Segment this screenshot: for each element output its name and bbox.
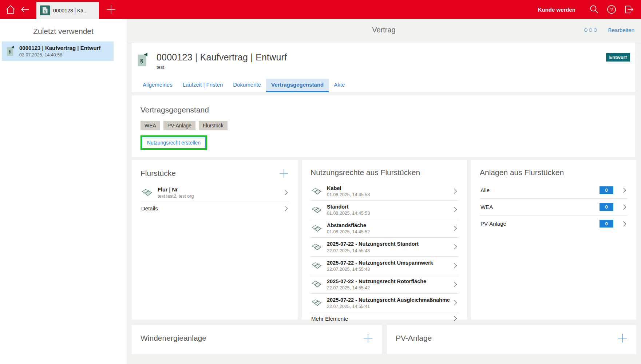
- nutzungsrecht-row[interactable]: Abstandsfläche 01.08.2025, 14:45:52: [310, 219, 458, 237]
- anlagen-card-title: Anlagen aus Flurstücken: [480, 168, 564, 177]
- more-options-icon[interactable]: [583, 27, 598, 33]
- flurstueck-row[interactable]: Flur | Nr test test2, test org: [141, 183, 289, 202]
- chevron-right-icon: [621, 221, 626, 226]
- search-icon: [589, 4, 599, 15]
- chevron-right-icon: [452, 207, 457, 212]
- plus-icon: [279, 169, 289, 178]
- topbar: § 0000123 | Ka... Kunde werden ?: [0, 0, 641, 19]
- anlagen-card: Anlagen aus Flurstücken Alle 0 WEA 0 PV-…: [471, 160, 636, 320]
- nutzungsrechte-card-title: Nutzungsrechte aus Flurstücken: [310, 168, 420, 177]
- status-badge: Entwurf: [606, 53, 630, 62]
- vertragsgegenstand-panel: Vertragsgegenstand WEA PV-Anlage Flurstü…: [132, 95, 635, 157]
- tab-akte[interactable]: Akte: [329, 79, 350, 92]
- chevron-right-icon: [452, 316, 457, 321]
- home-button[interactable]: [4, 3, 17, 16]
- nutzungsrecht-row[interactable]: 2025-07-22 - Nutzungsrecht Umspannwerk 2…: [310, 256, 458, 275]
- nutzungsrecht-icon: [311, 261, 322, 270]
- new-tab-button[interactable]: [105, 3, 117, 16]
- tab-vertragsgegenstand[interactable]: Vertragsgegenstand: [266, 79, 329, 92]
- nutzungsrecht-icon: [311, 224, 322, 233]
- tab-allgemeines[interactable]: Allgemeines: [138, 79, 178, 92]
- add-windenergieanlage-button[interactable]: [363, 333, 373, 343]
- flurstueck-icon: [141, 188, 153, 197]
- contract-document-icon: §: [7, 46, 15, 56]
- row-title: Flur | Nr: [158, 186, 278, 193]
- svg-text:?: ?: [610, 7, 613, 12]
- record-tabs: Allgemeines Laufzeit | Fristen Dokumente…: [132, 79, 635, 92]
- chevron-right-icon: [452, 263, 457, 268]
- chevron-right-icon: [282, 206, 288, 211]
- chevron-right-icon: [452, 226, 457, 231]
- chevron-right-icon: [621, 187, 626, 193]
- logout-icon: [624, 4, 634, 15]
- nutzungsrecht-row[interactable]: Standort 01.08.2025, 14:45:53: [310, 200, 458, 219]
- nutzungsrecht-row[interactable]: Kabel 01.08.2025, 14:45:53: [310, 182, 458, 200]
- edit-button[interactable]: Bearbeiten: [608, 27, 634, 33]
- nutzungsrecht-erstellen-button[interactable]: Nutzungsrecht erstellen: [142, 137, 206, 149]
- mehr-elemente-row[interactable]: Mehr Elemente: [310, 312, 458, 325]
- chevron-right-icon: [621, 204, 626, 209]
- search-button[interactable]: [588, 3, 600, 16]
- chip-pv-anlage: PV-Anlage: [163, 121, 195, 130]
- flurstuecke-card: Flurstücke Flur | Nr test test2, test or…: [132, 160, 298, 320]
- mehr-elemente-label: Mehr Elemente: [311, 316, 448, 322]
- contract-tab-icon: §: [40, 5, 50, 15]
- record-subtitle: test: [157, 64, 287, 70]
- recent-item-timestamp: 03.07.2025, 14:40:58: [19, 52, 110, 58]
- svg-text:§: §: [44, 9, 46, 13]
- svg-text:§: §: [140, 58, 143, 64]
- add-pv-anlage-button[interactable]: [617, 333, 628, 343]
- chip-group: WEA PV-Anlage Flurstück: [141, 121, 626, 130]
- record-header: § 0000123 | Kaufvertrag | Entwurf test E…: [132, 43, 635, 70]
- record-title: 0000123 | Kaufvertrag | Entwurf: [157, 52, 287, 62]
- nutzungsrecht-row[interactable]: 2025-07-22 - Nutzungsrecht Ausgleichmaßn…: [310, 293, 458, 312]
- nutzungsrechte-card: Nutzungsrechte aus Flurstücken Kabel 01.…: [302, 160, 467, 320]
- nutzungsrecht-row[interactable]: 2025-07-22 - Nutzungsrecht Rotorfläche 2…: [310, 275, 458, 293]
- chevron-right-icon: [282, 190, 288, 195]
- page-header-actions: Bearbeiten: [583, 19, 634, 41]
- contract-record-icon: §: [138, 52, 149, 67]
- count-badge: 0: [600, 186, 613, 194]
- nutzungsrecht-row[interactable]: 2025-07-22 - Nutzungsrecht Standort 22.0…: [310, 237, 458, 256]
- recent-sidebar: Zuletzt verwendet § 0000123 | Kaufvertra…: [0, 19, 127, 364]
- tab-laufzeit-fristen[interactable]: Laufzeit | Fristen: [178, 79, 228, 92]
- count-badge: 0: [600, 220, 613, 228]
- add-flurstueck-button[interactable]: [279, 168, 289, 178]
- main-content: Vertrag Bearbeiten § 0000123 | Kaufvertr…: [127, 19, 641, 364]
- arrow-left-icon: [20, 4, 31, 15]
- details-label: Details: [141, 205, 278, 211]
- nutzungsrecht-icon: [311, 298, 322, 307]
- topbar-actions: ?: [588, 3, 635, 16]
- record-titles: 0000123 | Kaufvertrag | Entwurf test: [157, 52, 287, 70]
- svg-text:§: §: [9, 50, 11, 54]
- recent-item-title: 0000123 | Kaufvertrag | Entwurf: [19, 45, 110, 52]
- chip-flurstueck: Flurstück: [199, 121, 227, 130]
- recent-item-kaufvertrag[interactable]: § 0000123 | Kaufvertrag | Entwurf 03.07.…: [2, 41, 114, 61]
- chevron-right-icon: [452, 282, 457, 287]
- pv-anlage-card-title: PV-Anlage: [396, 334, 432, 343]
- logout-button[interactable]: [623, 3, 635, 16]
- nutzungsrecht-icon: [311, 187, 322, 195]
- section-title: Vertragsgegenstand: [141, 106, 626, 114]
- anlagen-row-pv-anlage[interactable]: PV-Anlage 0: [480, 215, 628, 232]
- details-row[interactable]: Details: [141, 202, 289, 215]
- anlagen-row-alle[interactable]: Alle 0: [480, 182, 628, 198]
- flurstuecke-card-title: Flurstücke: [141, 169, 176, 178]
- chevron-right-icon: [452, 300, 457, 305]
- pv-anlage-card: PV-Anlage: [387, 325, 636, 354]
- help-button[interactable]: ?: [605, 3, 618, 16]
- tab-dokumente[interactable]: Dokumente: [228, 79, 266, 92]
- windenergieanlage-card: Windenergieanlage: [132, 325, 382, 354]
- open-record-tab[interactable]: § 0000123 | Ka...: [36, 2, 99, 19]
- nutzungsrecht-icon: [311, 280, 322, 288]
- chip-wea: WEA: [141, 121, 160, 130]
- chevron-right-icon: [452, 244, 457, 249]
- back-button[interactable]: [19, 3, 31, 16]
- help-icon: ?: [606, 4, 617, 15]
- kunde-werden-link[interactable]: Kunde werden: [538, 7, 575, 13]
- nutzungsrecht-icon: [311, 243, 322, 251]
- tab-title: 0000123 | Ka...: [53, 8, 88, 13]
- page-header: Vertrag Bearbeiten: [127, 19, 641, 41]
- anlagen-row-wea[interactable]: WEA 0: [480, 198, 628, 215]
- chevron-right-icon: [452, 189, 457, 194]
